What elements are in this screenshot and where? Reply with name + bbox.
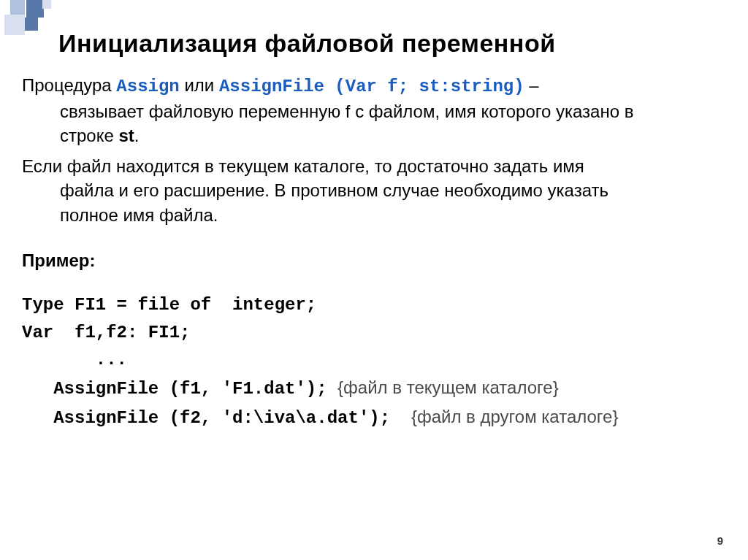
text: – bbox=[524, 75, 539, 95]
text: или bbox=[180, 75, 219, 95]
slide-body: Процедура Assign или AssignFile (Var f; … bbox=[22, 73, 726, 433]
slide-title: Инициализация файловой переменной bbox=[58, 29, 556, 58]
text: файла и его расширение. В противном случ… bbox=[22, 178, 726, 203]
paragraph-1: Процедура Assign или AssignFile (Var f; … bbox=[22, 73, 726, 148]
code-comment: {файл в другом каталоге} bbox=[411, 407, 619, 426]
code-comment: {файл в текущем каталоге} bbox=[337, 377, 559, 397]
code-line-5: AssignFile (f2, 'd:\iva\a.dat'); {файл в… bbox=[22, 404, 726, 431]
text: Если файл находится в текущем каталоге, … bbox=[22, 156, 584, 176]
paragraph-2: Если файл находится в текущем каталоге, … bbox=[22, 154, 726, 228]
code-line-4: AssignFile (f1, 'F1.dat'); {файл в текущ… bbox=[22, 375, 726, 402]
keyword-assignfile-signature: AssignFile (Var f; st:string) bbox=[219, 77, 524, 96]
code-line-3: ... bbox=[22, 348, 726, 372]
text: Процедура bbox=[22, 75, 116, 95]
example-heading: Пример: bbox=[22, 248, 726, 273]
code-line-1: Type FI1 = file of integer; bbox=[22, 293, 726, 318]
text: строке st. bbox=[22, 123, 726, 148]
page-number: 9 bbox=[717, 534, 723, 547]
text: связывает файловую переменную f с файлом… bbox=[22, 99, 726, 124]
code-line-2: Var f1,f2: FI1; bbox=[22, 321, 726, 345]
keyword-assign: Assign bbox=[116, 77, 179, 96]
text: полное имя файла. bbox=[22, 203, 726, 228]
